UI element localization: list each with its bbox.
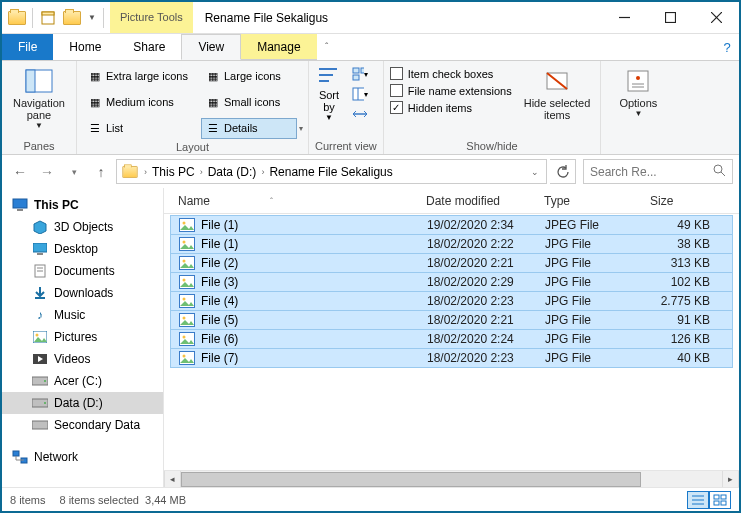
status-bar: 8 items 8 items selected 3,44 MB [2,487,739,511]
back-button[interactable]: ← [8,160,32,184]
file-name: File (1) [201,237,238,251]
file-name-extensions[interactable]: File name extensions [390,84,512,97]
forward-button[interactable]: → [35,160,59,184]
tab-view[interactable]: View [181,34,241,60]
chevron-right-icon[interactable]: › [197,167,206,177]
tree-downloads[interactable]: Downloads [2,282,163,304]
folder-icon[interactable] [6,7,28,29]
breadcrumb-this-pc[interactable]: This PC [152,165,195,179]
close-button[interactable] [693,2,739,33]
file-type: JPG File [537,256,643,270]
file-type: JPG File [537,237,643,251]
help-icon[interactable]: ? [715,34,739,60]
group-current-view: Sort by ▼ ▾ ▾ Current view [309,61,384,154]
table-row[interactable]: File (6)18/02/2020 2:24JPG File126 KB [170,329,733,349]
column-headers: Nameˆ Date modified Type Size [164,188,739,214]
table-row[interactable]: File (7)18/02/2020 2:23JPG File40 KB [170,348,733,368]
hidden-items[interactable]: ✓Hidden items [390,101,512,114]
tree-3d-objects[interactable]: 3D Objects [2,216,163,238]
group-layout-label: Layout [83,139,302,153]
scrollbar-track[interactable] [181,471,722,488]
breadcrumb-folder[interactable]: Rename File Sekaligus [269,165,392,179]
tree-data-d[interactable]: Data (D:) [2,392,163,414]
video-icon [32,351,48,367]
layout-details[interactable]: ☰Details [201,118,297,139]
table-row[interactable]: File (2)18/02/2020 2:21JPG File313 KB [170,253,733,273]
svg-rect-25 [13,199,27,208]
status-size: 3,44 MB [145,494,186,506]
recent-locations-icon[interactable]: ▾ [62,160,86,184]
tab-file[interactable]: File [2,34,53,60]
hide-selected-label: Hide selected items [524,97,591,121]
tree-acer-c[interactable]: Acer (C:) [2,370,163,392]
tree-pictures[interactable]: Pictures [2,326,163,348]
file-type: JPEG File [537,218,643,232]
scrollbar-thumb[interactable] [181,472,641,487]
layout-more-icon[interactable]: ▾ [297,124,303,133]
refresh-button[interactable] [550,159,576,184]
ribbon: Navigation pane ▼ Panes ▦Extra large ico… [2,61,739,155]
add-columns-icon[interactable]: ▾ [351,85,369,103]
tree-secondary-data[interactable]: Secondary Data [2,414,163,436]
new-folder-icon[interactable] [61,7,83,29]
search-input[interactable]: Search Re... [583,159,733,184]
column-name[interactable]: Nameˆ [170,194,418,208]
column-size[interactable]: Size [642,194,739,208]
table-row[interactable]: File (5)18/02/2020 2:21JPG File91 KB [170,310,733,330]
table-row[interactable]: File (1)18/02/2020 2:22JPG File38 KB [170,234,733,254]
options-button[interactable]: Options ▼ [607,65,669,120]
collapse-ribbon-icon[interactable]: ˆ [317,34,337,60]
table-row[interactable]: File (4)18/02/2020 2:23JPG File2.775 KB [170,291,733,311]
group-layout: ▦Extra large icons ▦Large icons ▦Medium … [77,61,309,154]
sort-by-button[interactable]: Sort by ▼ [315,65,343,122]
column-type[interactable]: Type [536,194,642,208]
tab-home[interactable]: Home [53,34,117,60]
details-view-icon[interactable] [687,491,709,509]
layout-medium[interactable]: ▦Medium icons [83,92,201,113]
item-check-boxes[interactable]: Item check boxes [390,67,512,80]
breadcrumb-dropdown-icon[interactable]: ⌄ [528,167,542,177]
tree-videos[interactable]: Videos [2,348,163,370]
chevron-right-icon[interactable]: › [258,167,267,177]
svg-rect-13 [353,75,359,80]
thumbnails-view-icon[interactable] [709,491,731,509]
svg-point-42 [44,402,46,404]
horizontal-scrollbar[interactable]: ◂ ▸ [164,470,739,487]
minimize-button[interactable] [601,2,647,33]
table-row[interactable]: File (3)18/02/2020 2:29JPG File102 KB [170,272,733,292]
file-name: File (1) [201,218,238,232]
chevron-right-icon[interactable]: › [141,167,150,177]
qat-dropdown-icon[interactable]: ▼ [85,13,99,22]
layout-list[interactable]: ☰List [83,118,201,139]
tab-share[interactable]: Share [117,34,181,60]
tree-network[interactable]: Network [2,446,163,468]
image-file-icon [179,217,195,233]
properties-icon[interactable] [37,7,59,29]
hide-selected-button[interactable]: Hide selected items [520,65,595,123]
size-columns-icon[interactable] [351,105,369,123]
layout-small[interactable]: ▦Small icons [201,92,297,113]
grid-icon: ▦ [206,69,220,83]
breadcrumb[interactable]: › This PC › Data (D:) › Rename File Seka… [116,159,547,184]
tree-desktop[interactable]: Desktop [2,238,163,260]
sort-by-label: Sort by [319,89,339,113]
monitor-icon [12,197,28,213]
up-button[interactable]: ↑ [89,160,113,184]
group-by-icon[interactable]: ▾ [351,65,369,83]
breadcrumb-drive[interactable]: Data (D:) [208,165,257,179]
tree-this-pc[interactable]: This PC [2,194,163,216]
group-current-view-label: Current view [315,138,377,152]
scroll-right-icon[interactable]: ▸ [722,471,739,488]
svg-line-24 [721,172,725,176]
layout-extra-large[interactable]: ▦Extra large icons [83,66,201,87]
tree-music[interactable]: ♪Music [2,304,163,326]
tab-manage[interactable]: Manage [241,34,316,60]
tree-documents[interactable]: Documents [2,260,163,282]
table-row[interactable]: File (1)19/02/2020 2:34JPEG File49 KB [170,215,733,235]
column-date[interactable]: Date modified [418,194,536,208]
folder-icon [121,165,139,179]
scroll-left-icon[interactable]: ◂ [164,471,181,488]
navigation-pane-button[interactable]: Navigation pane ▼ [8,65,70,132]
layout-large[interactable]: ▦Large icons [201,66,297,87]
maximize-button[interactable] [647,2,693,33]
